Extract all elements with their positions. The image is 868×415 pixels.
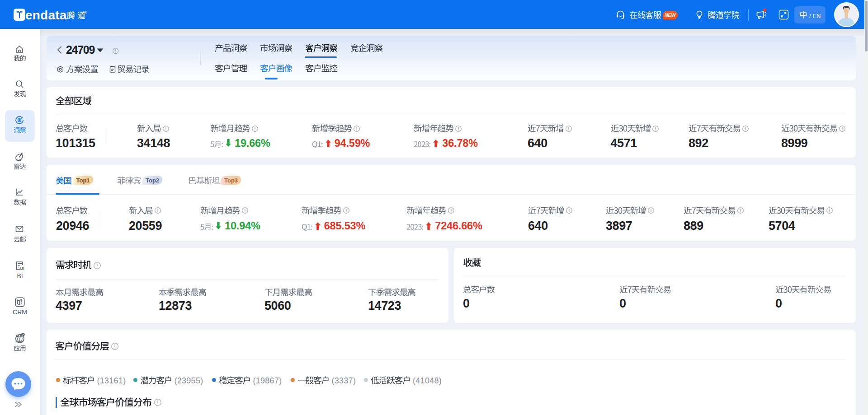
svg-text:BI: BI — [20, 266, 24, 270]
